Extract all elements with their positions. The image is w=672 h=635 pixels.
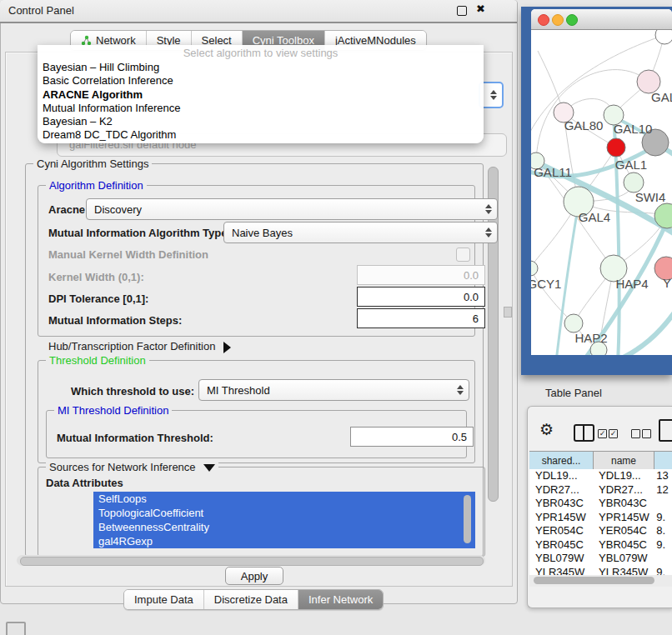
which-threshold-combo[interactable]: MI Threshold bbox=[198, 379, 469, 401]
table-panel-title: Table Panel bbox=[545, 387, 602, 399]
minimized-panel-icon[interactable] bbox=[6, 622, 26, 635]
gear-icon[interactable]: ⚙ bbox=[539, 420, 554, 439]
column-header-2[interactable] bbox=[654, 452, 672, 469]
table-row[interactable]: YER054CYER054C8. bbox=[529, 524, 672, 538]
zoom-traffic-light[interactable] bbox=[566, 14, 578, 26]
mi-type-label: Mutual Information Algorithm Type: bbox=[48, 227, 231, 239]
algorithm-option-basic-correlation-inference[interactable]: Basic Correlation Inference bbox=[38, 74, 484, 88]
aracne-mode-value: Discovery bbox=[94, 203, 142, 216]
tab-impute-data[interactable]: Impute Data bbox=[124, 590, 203, 609]
checked-checkbox-icon[interactable]: ✓ bbox=[598, 429, 607, 438]
table-row[interactable]: YDL19...YDL19...13 bbox=[529, 469, 672, 483]
network-graph: GALGAL80GAL10GAL11GAL1SWI4GAL4GCY1HAP4YH… bbox=[531, 30, 672, 355]
hub-definition-label: Hub/Transcription Factor Definition bbox=[48, 340, 215, 352]
table-panel-window: ⚙ ✓ ✓ shared...name YDL19...YDL19...13YD… bbox=[527, 406, 672, 608]
attribute-item-selfloops[interactable]: SelfLoops bbox=[93, 492, 475, 506]
algorithm-option-bayesian-k2[interactable]: Bayesian – K2 bbox=[38, 115, 484, 128]
kernel-width-field[interactable]: 0.0 bbox=[357, 265, 485, 285]
data-attributes-list[interactable]: SelfLoopsTopologicalCoefficientBetweenne… bbox=[93, 492, 475, 548]
scrollbar-thumb[interactable] bbox=[534, 577, 654, 584]
apply-button[interactable]: Apply bbox=[225, 567, 283, 585]
table-cell: 8. bbox=[653, 524, 672, 538]
export-table-icon[interactable] bbox=[659, 419, 672, 442]
table-cell: YER054C bbox=[529, 524, 593, 538]
network-node-label: GAL11 bbox=[534, 165, 572, 179]
manual-kernel-checkbox[interactable] bbox=[456, 248, 470, 262]
table-cell: 9. bbox=[653, 538, 672, 552]
columns-icon[interactable] bbox=[574, 424, 594, 442]
checked-checkbox-icon[interactable]: ✓ bbox=[609, 429, 618, 438]
network-node-label: HAP4 bbox=[615, 277, 648, 291]
threshold-definition-title: Threshold Definition bbox=[46, 354, 149, 367]
mi-steps-field[interactable]: 6 bbox=[357, 308, 485, 328]
network-node-label: GAL4 bbox=[579, 210, 610, 224]
tab-discretize-data[interactable]: Discretize Data bbox=[203, 590, 298, 609]
table-cell: YBR045C bbox=[529, 538, 593, 552]
table-cell: 13 bbox=[653, 469, 672, 483]
network-window-titlebar[interactable] bbox=[531, 9, 672, 30]
algorithm-option-dream8-dc-tdc-algorithm[interactable]: Dream8 DC_TDC Algorithm bbox=[38, 128, 484, 142]
table-cell: YPR145W bbox=[529, 511, 593, 525]
table-cell bbox=[653, 552, 672, 566]
attribute-item-gal4rgexp[interactable]: gal4RGexp bbox=[93, 534, 475, 548]
mi-threshold-field[interactable]: 0.5 bbox=[350, 427, 474, 447]
unchecked-checkbox-icon[interactable] bbox=[631, 429, 640, 438]
network-view-window: GALGAL80GAL10GAL11GAL1SWI4GAL4GCY1HAP4YH… bbox=[531, 9, 672, 355]
algorithm-option-bayesian-hill-climbing[interactable]: Bayesian – Hill Climbing bbox=[38, 61, 484, 74]
cyni-algorithm-settings-title: Cyni Algorithm Settings bbox=[33, 158, 152, 170]
attributes-list-scrollbar[interactable] bbox=[464, 495, 471, 543]
table-header-row: shared...name bbox=[529, 451, 672, 470]
hub-definition-header[interactable]: Hub/Transcription Factor Definition bbox=[48, 340, 231, 353]
bottom-tab-bar: Impute DataDiscretize DataInfer Network bbox=[123, 589, 384, 610]
close-traffic-light[interactable] bbox=[538, 14, 549, 26]
close-panel-button[interactable]: ✖ bbox=[476, 2, 485, 15]
network-node-label: GAL80 bbox=[564, 118, 604, 132]
column-header-shared-[interactable]: shared... bbox=[529, 452, 594, 469]
sources-group-title[interactable]: Sources for Network Inference bbox=[46, 461, 218, 473]
mi-type-value: Naive Bayes bbox=[232, 227, 293, 239]
table-cell: 9. bbox=[653, 566, 672, 576]
table-cell: YBL079W bbox=[593, 552, 653, 566]
control-panel-titlebar[interactable]: Control Panel ✖ bbox=[0, 0, 517, 23]
column-header-name[interactable]: name bbox=[594, 452, 654, 469]
attribute-item-betweennesscentrality[interactable]: BetweennessCentrality bbox=[93, 520, 475, 534]
algorithm-option-aracne-algorithm[interactable]: ARACNE Algorithm bbox=[38, 88, 484, 102]
tab-label: Discretize Data bbox=[214, 593, 288, 606]
network-node[interactable] bbox=[655, 30, 672, 44]
table-horizontal-scrollbar[interactable] bbox=[529, 575, 672, 587]
network-node-label: GAL bbox=[651, 90, 672, 104]
minimize-traffic-light[interactable] bbox=[552, 14, 564, 26]
network-node[interactable] bbox=[607, 138, 625, 157]
mi-threshold-group-title: MI Threshold Definition bbox=[54, 404, 172, 417]
scrollbar-thumb[interactable] bbox=[20, 557, 484, 566]
table-row[interactable]: YBR043CYBR043C bbox=[529, 497, 672, 511]
dpi-tolerance-field[interactable]: 0.0 bbox=[357, 287, 485, 307]
application-root: Control Panel ✖ NetworkStyleSelectCyni T… bbox=[0, 0, 672, 635]
network-node-label: GCY1 bbox=[531, 277, 561, 291]
unchecked-checkbox-icon[interactable] bbox=[642, 429, 651, 438]
which-threshold-label: Which threshold to use: bbox=[71, 385, 194, 398]
table-cell: YER054C bbox=[593, 524, 653, 538]
table-row[interactable]: YBR045CYBR045C9. bbox=[529, 538, 672, 552]
network-edge-highlighted bbox=[614, 305, 672, 355]
algorithm-option-mutual-information-inference[interactable]: Mutual Information Inference bbox=[38, 102, 484, 115]
attribute-item-topologicalcoefficient[interactable]: TopologicalCoefficient bbox=[93, 506, 475, 520]
table-cell: YDL19... bbox=[529, 469, 593, 483]
tab-infer-network[interactable]: Infer Network bbox=[298, 590, 383, 609]
network-canvas[interactable]: GALGAL80GAL10GAL11GAL1SWI4GAL4GCY1HAP4YH… bbox=[531, 30, 672, 355]
mi-threshold-label: Mutual Information Threshold: bbox=[57, 432, 213, 444]
aracne-mode-combo[interactable]: Discovery bbox=[86, 198, 498, 220]
table-cell: YPR145W bbox=[593, 511, 653, 525]
network-node[interactable] bbox=[531, 261, 538, 276]
settings-horizontal-scrollbar[interactable] bbox=[17, 555, 485, 566]
network-node[interactable] bbox=[564, 314, 583, 332]
table-row[interactable]: YDR27...YDR27...12 bbox=[529, 483, 672, 498]
mi-type-combo[interactable]: Naive Bayes bbox=[223, 222, 498, 243]
table-row[interactable]: YBL079WYBL079W bbox=[529, 552, 672, 566]
table-cell: YBR043C bbox=[593, 497, 653, 511]
table-row[interactable]: YLR345WYLR345W9. bbox=[529, 566, 672, 576]
table-body: YDL19...YDL19...13YDR27...YDR27...12YBR0… bbox=[529, 469, 672, 575]
float-window-button[interactable] bbox=[457, 6, 467, 16]
table-row[interactable]: YPR145WYPR145W9. bbox=[529, 511, 672, 525]
split-pane-handle[interactable] bbox=[504, 307, 512, 318]
